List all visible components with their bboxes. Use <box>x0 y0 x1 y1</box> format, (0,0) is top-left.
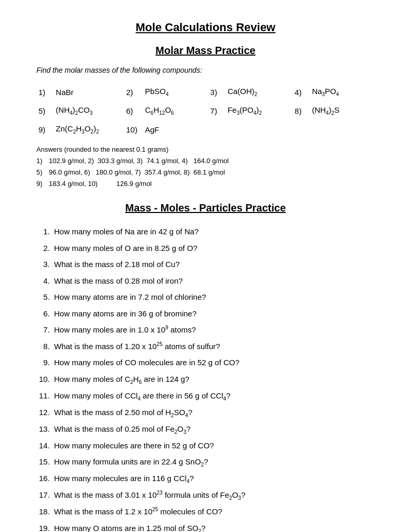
q2-compound: PbSO4 <box>143 83 208 101</box>
page-container: Mole Calculations Review Molar Mass Prac… <box>36 21 375 532</box>
answer-num-3: 9) <box>36 178 47 190</box>
q4-compound: Na3PO4 <box>310 83 375 101</box>
q10-compound: AgF <box>143 120 208 139</box>
q4-num: 4) <box>293 83 310 101</box>
list-item: What is the mass of 2.18 mol of Cu? <box>52 256 375 273</box>
answer-row-2: 5) 96.0 g/mol, 6) 180.0 g/mol, 7) 357.4 … <box>36 167 375 178</box>
list-item: How many formula units are in 22.4 g SnO… <box>52 454 375 470</box>
list-item: How many moles of C2H6 are in 124 g? <box>52 371 375 388</box>
list-item: What is the mass of 1.20 x 1025 atoms of… <box>52 338 375 355</box>
q8-compound: (NH4)2S <box>310 101 375 120</box>
list-item: How many molecules are there in 52 g of … <box>52 437 375 454</box>
q5-compound: (NH4)2CO3 <box>54 101 124 120</box>
list-item: What is the mass of 1.2 x 1025 molecules… <box>52 503 375 520</box>
list-item: How many moles of CCl4 are there in 56 g… <box>52 388 375 404</box>
molar-mass-subtitle: Find the molar masses of the following c… <box>36 66 375 74</box>
q1-compound: NaBr <box>54 83 124 101</box>
list-item: How many atoms are in 7.2 mol of chlorin… <box>52 289 375 305</box>
q1-num: 1) <box>36 83 54 101</box>
mass-moles-title: Mass - Moles - Particles Practice <box>36 202 375 214</box>
q5-num: 5) <box>36 101 54 120</box>
list-item: How many moles of Na are in 42 g of Na? <box>52 223 375 240</box>
q3-num: 3) <box>208 83 226 101</box>
answer-row-1: 1) 102.9 g/mol, 2) 303.3 g/mol, 3) 74.1 … <box>36 155 375 167</box>
list-item: How many atoms are in 36 g of bromine? <box>52 305 375 322</box>
q10-num: 10) <box>124 120 143 139</box>
answer-text-1: 102.9 g/mol, 2) 303.3 g/mol, 3) 74.1 g/m… <box>49 155 229 167</box>
answer-text-3: 183.4 g/mol, 10) 126.9 g/mol <box>49 178 152 190</box>
q9-compound: Zn(C2H3O2)2 <box>54 120 124 139</box>
q9-num: 9) <box>36 120 54 139</box>
q2-num: 2) <box>124 83 143 101</box>
list-item: What is the mass of 0.25 mol of Fe2O3? <box>52 421 375 437</box>
list-item: What is the mass of 0.28 mol of iron? <box>52 273 375 289</box>
list-item: How many molecules are in 116 g CCl4? <box>52 470 375 487</box>
q8-num: 8) <box>293 101 310 120</box>
answers-section: Answers (rounded to the nearest 0.1 gram… <box>36 144 375 190</box>
answers-title: Answers (rounded to the nearest 0.1 gram… <box>36 144 375 155</box>
molar-mass-title: Molar Mass Practice <box>36 45 375 57</box>
answer-row-3: 9) 183.4 g/mol, 10) 126.9 g/mol <box>36 178 375 190</box>
q3-compound: Ca(OH)2 <box>226 83 293 101</box>
answer-num-2: 5) <box>36 167 47 178</box>
list-item: How many moles of O are in 8.25 g of O? <box>52 240 375 257</box>
list-item: How many moles of CO molecules are in 52… <box>52 354 375 371</box>
answer-text-2: 96.0 g/mol, 6) 180.0 g/mol, 7) 357.4 g/m… <box>49 167 225 178</box>
main-title: Mole Calculations Review <box>36 21 375 34</box>
list-item: What is the mass of 2.50 mol of H2SO4? <box>52 404 375 421</box>
q6-compound: C6H12O6 <box>143 101 208 120</box>
molar-mass-grid: 1) NaBr 2) PbSO4 3) Ca(OH)2 4) Na3PO4 5)… <box>36 83 375 139</box>
answer-num-1: 1) <box>36 155 47 167</box>
mass-moles-section: How many moles of Na are in 42 g of Na? … <box>36 223 375 532</box>
q6-num: 6) <box>124 101 143 120</box>
q7-num: 7) <box>208 101 226 120</box>
list-item: What is the mass of 3.01 x 1023 formula … <box>52 487 375 503</box>
q7-compound: Fe3(PO4)2 <box>226 101 293 120</box>
list-item: How many moles are in 1.0 x 109 atoms? <box>52 322 375 338</box>
list-item: How many O atoms are in 1.25 mol of SO2? <box>52 520 375 532</box>
